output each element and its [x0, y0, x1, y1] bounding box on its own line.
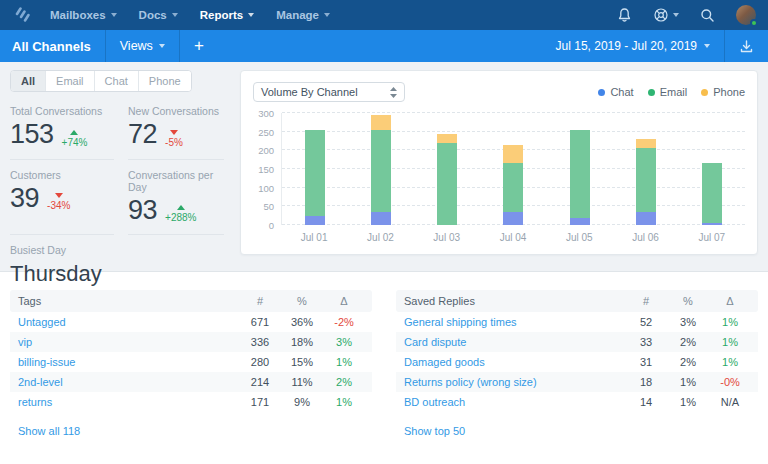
- bar-segment-email: [305, 130, 325, 216]
- chevron-down-icon: [324, 13, 330, 17]
- export-download-icon[interactable]: [725, 30, 768, 62]
- filter-tab-all[interactable]: All: [11, 71, 46, 91]
- row-name-link[interactable]: General shipping times: [404, 316, 626, 328]
- chevron-down-icon: [159, 44, 165, 48]
- notification-bell-icon[interactable]: [617, 7, 632, 23]
- bar-segment-chat: [503, 212, 523, 225]
- table-title: Saved Replies: [404, 295, 626, 307]
- row-name-link[interactable]: Returns policy (wrong size): [404, 376, 626, 388]
- row-percent: 18%: [280, 336, 324, 348]
- metric-3: Conversations per Day93+288%: [128, 160, 224, 236]
- metric-value-row: 93+288%: [128, 198, 224, 224]
- row-delta: -2%: [324, 316, 364, 328]
- y-tick-label: 300: [258, 108, 274, 119]
- add-view-button[interactable]: +: [180, 30, 218, 62]
- table-row: Card dispute332%1%: [396, 332, 758, 352]
- chart-type-select[interactable]: Volume By Channel: [253, 82, 405, 102]
- table-row: returns1719%1%: [10, 392, 372, 412]
- legend-item-chat[interactable]: Chat: [598, 86, 633, 98]
- table-column-header: %: [280, 295, 324, 307]
- nav-item-reports[interactable]: Reports: [200, 9, 254, 21]
- metric-delta-value: +288%: [165, 212, 196, 223]
- tables-section: Tags#%ΔUntagged67136%-2%vip33618%3%billi…: [0, 272, 768, 439]
- table-header-row: Saved Replies#%Δ: [396, 290, 758, 312]
- metrics-grid: Total Conversations153+74%New Conversati…: [10, 96, 224, 235]
- row-name-link[interactable]: returns: [18, 396, 240, 408]
- nav-item-manage[interactable]: Manage: [276, 9, 330, 21]
- row-name-link[interactable]: BD outreach: [404, 396, 626, 408]
- help-beacon-icon[interactable]: [653, 7, 679, 23]
- chart-legend: ChatEmailPhone: [598, 86, 745, 98]
- row-percent: 1%: [666, 376, 710, 388]
- views-dropdown[interactable]: Views: [106, 30, 179, 62]
- trend-up-icon: [177, 205, 185, 210]
- x-tick-label: Jul 03: [414, 232, 480, 243]
- metric-delta: -34%: [47, 193, 70, 211]
- row-delta: 1%: [710, 356, 750, 368]
- chevron-down-icon: [248, 13, 254, 17]
- row-count: 33: [626, 336, 666, 348]
- row-name-link[interactable]: Untagged: [18, 316, 240, 328]
- filter-tab-chat[interactable]: Chat: [95, 71, 139, 91]
- table-header-row: Tags#%Δ: [10, 290, 372, 312]
- nav-item-docs[interactable]: Docs: [139, 9, 178, 21]
- bar-segment-chat: [371, 212, 391, 225]
- table-row: General shipping times523%1%: [396, 312, 758, 332]
- topnav-menu: MailboxesDocsReportsManage: [50, 9, 352, 21]
- online-status-dot: [750, 19, 758, 27]
- bar-segment-phone: [371, 115, 391, 130]
- row-count: 280: [240, 356, 280, 368]
- busiest-day-metric: Busiest Day Thursday: [10, 235, 224, 287]
- row-name-link[interactable]: billing-issue: [18, 356, 240, 368]
- x-tick-label: Jul 07: [679, 232, 745, 243]
- tags-table: Tags#%ΔUntagged67136%-2%vip33618%3%billi…: [10, 290, 372, 439]
- row-name-link[interactable]: Damaged goods: [404, 356, 626, 368]
- x-tick-label: Jul 04: [480, 232, 546, 243]
- row-name-link[interactable]: vip: [18, 336, 240, 348]
- row-count: 31: [626, 356, 666, 368]
- nav-item-mailboxes[interactable]: Mailboxes: [50, 9, 117, 21]
- date-range-picker[interactable]: Jul 15, 2019 - Jul 20, 2019: [542, 30, 724, 62]
- toolbar-spacer: [218, 30, 542, 62]
- stacked-bar: [570, 113, 590, 225]
- metric-label: Total Conversations: [10, 105, 114, 117]
- table-row: vip33618%3%: [10, 332, 372, 352]
- chart-select-value: Volume By Channel: [261, 86, 358, 98]
- row-count: 52: [626, 316, 666, 328]
- bar-slot-jul04: [480, 113, 546, 225]
- date-range-label: Jul 15, 2019 - Jul 20, 2019: [556, 39, 697, 53]
- select-updown-icon: [390, 87, 397, 98]
- stacked-bar: [437, 113, 457, 225]
- show-more-link[interactable]: Show top 50: [404, 425, 465, 437]
- chart-plot: [281, 113, 745, 225]
- show-more-link[interactable]: Show all 118: [18, 425, 80, 437]
- report-toolbar: All Channels Views + Jul 15, 2019 - Jul …: [0, 30, 768, 62]
- row-percent: 2%: [666, 336, 710, 348]
- row-percent: 11%: [280, 376, 324, 388]
- topnav-icons: [617, 5, 756, 25]
- x-tick-label: Jul 05: [546, 232, 612, 243]
- chart-bars: [282, 113, 745, 225]
- filter-tab-phone[interactable]: Phone: [139, 71, 191, 91]
- app-logo-icon[interactable]: [12, 7, 34, 23]
- legend-item-email[interactable]: Email: [648, 86, 688, 98]
- legend-dot: [648, 89, 655, 96]
- bar-segment-chat: [636, 212, 656, 225]
- row-count: 671: [240, 316, 280, 328]
- chevron-down-icon: [172, 13, 178, 17]
- chevron-down-icon: [673, 13, 679, 17]
- stacked-bar: [371, 113, 391, 225]
- row-name-link[interactable]: 2nd-level: [18, 376, 240, 388]
- stacked-bar: [305, 113, 325, 225]
- report-title: All Channels: [0, 30, 105, 62]
- busiest-day-label: Busiest Day: [10, 244, 224, 256]
- metric-value: 39: [10, 186, 39, 212]
- filter-tab-email[interactable]: Email: [46, 71, 95, 91]
- bar-slot-jul06: [613, 113, 679, 225]
- row-count: 171: [240, 396, 280, 408]
- legend-item-phone[interactable]: Phone: [701, 86, 745, 98]
- row-name-link[interactable]: Card dispute: [404, 336, 626, 348]
- user-avatar[interactable]: [736, 5, 756, 25]
- search-icon[interactable]: [700, 8, 715, 23]
- stacked-bar: [702, 113, 722, 225]
